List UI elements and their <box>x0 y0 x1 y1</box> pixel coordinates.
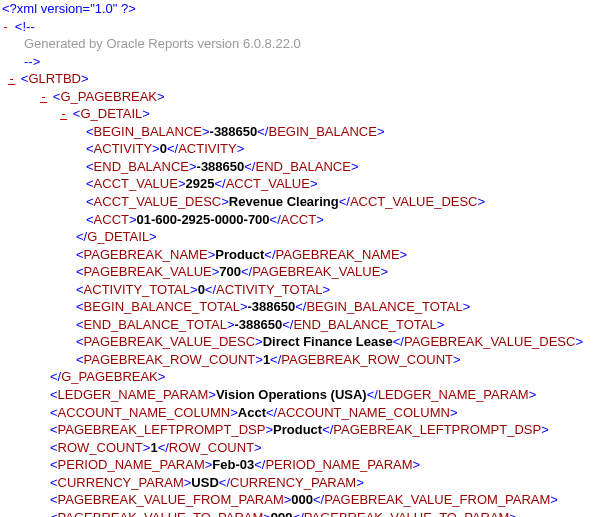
element-value: -388650 <box>210 124 258 139</box>
open-tag: ROW_COUNT <box>58 440 143 455</box>
collapse-toggle[interactable]: - <box>60 107 67 121</box>
xml-close-g_detail: </G_DETAIL> <box>0 228 607 246</box>
open-tag: BEGIN_BALANCE <box>94 124 202 139</box>
xml-element-pagebreak_value_to_param: <PAGEBREAK_VALUE_TO_PARAM>999</PAGEBREAK… <box>0 509 607 517</box>
element-value: 700 <box>219 264 241 279</box>
close-tag: ACCT <box>281 212 316 227</box>
xml-element-ledger_name_param: <LEDGER_NAME_PARAM>Vision Operations (US… <box>0 386 607 404</box>
element-value: -388650 <box>197 159 245 174</box>
collapse-toggle[interactable]: - <box>40 90 47 104</box>
close-tag: PERIOD_NAME_PARAM <box>265 457 412 472</box>
open-tag: PAGEBREAK_LEFTPROMPT_DSP <box>58 422 266 437</box>
close-tag: PAGEBREAK_LEFTPROMPT_DSP <box>333 422 541 437</box>
xml-comment-close: --> <box>0 53 607 71</box>
open-tag: ACCT_VALUE <box>94 176 178 191</box>
xml-element-row_count: <ROW_COUNT>1</ROW_COUNT> <box>0 439 607 457</box>
element-value: Acct <box>238 405 266 420</box>
element-value: 000 <box>291 492 313 507</box>
xml-open-glrtbd: - <GLRTBD> <box>0 70 607 88</box>
close-tag: BEGIN_BALANCE <box>269 124 377 139</box>
close-tag: BEGIN_BALANCE_TOTAL <box>306 299 462 314</box>
xml-element-pagebreak_value_from_param: <PAGEBREAK_VALUE_FROM_PARAM>000</PAGEBRE… <box>0 491 607 509</box>
close-tag: ACCT_VALUE <box>226 176 310 191</box>
element-value: Direct Finance Lease <box>263 334 393 349</box>
element-value: Product <box>215 247 264 262</box>
xml-comment-text: Generated by Oracle Reports version 6.0.… <box>0 35 607 53</box>
xml-element-pagebreak_name: <PAGEBREAK_NAME>Product</PAGEBREAK_NAME> <box>0 246 607 264</box>
open-tag: ACCT_VALUE_DESC <box>94 194 222 209</box>
close-tag: LEDGER_NAME_PARAM <box>378 387 529 402</box>
close-tag: ACCT_VALUE_DESC <box>350 194 478 209</box>
open-tag: CURRENCY_PARAM <box>58 475 184 490</box>
close-tag: CURRENCY_PARAM <box>230 475 356 490</box>
xml-element-begin_balance_total: <BEGIN_BALANCE_TOTAL>-388650</BEGIN_BALA… <box>0 298 607 316</box>
xml-declaration: <?xml version="1.0" ?> <box>0 0 607 18</box>
element-value: Product <box>273 422 322 437</box>
open-tag: ACCT <box>94 212 129 227</box>
xml-element-currency_param: <CURRENCY_PARAM>USD</CURRENCY_PARAM> <box>0 474 607 492</box>
open-tag: PAGEBREAK_VALUE_FROM_PARAM <box>58 492 284 507</box>
xml-element-acct_value_desc: <ACCT_VALUE_DESC>Revenue Clearing</ACCT_… <box>0 193 607 211</box>
open-tag: ACTIVITY <box>94 141 153 156</box>
xml-element-pagebreak_value_desc: <PAGEBREAK_VALUE_DESC>Direct Finance Lea… <box>0 333 607 351</box>
close-tag: PAGEBREAK_NAME <box>276 247 400 262</box>
xml-element-acct_value: <ACCT_VALUE>2925</ACCT_VALUE> <box>0 175 607 193</box>
xml-close-g_pagebreak: </G_PAGEBREAK> <box>0 368 607 386</box>
element-value: -388650 <box>234 317 282 332</box>
element-value: Revenue Clearing <box>229 194 339 209</box>
comment-open: <!-- <box>15 19 35 34</box>
element-value: 1 <box>150 440 157 455</box>
element-value: Vision Operations (USA) <box>216 387 367 402</box>
element-value: 0 <box>198 282 205 297</box>
close-tag: ACTIVITY_TOTAL <box>216 282 322 297</box>
xml-element-account_name_column: <ACCOUNT_NAME_COLUMN>Acct</ACCOUNT_NAME_… <box>0 404 607 422</box>
collapse-toggle[interactable]: - <box>2 20 9 34</box>
element-value: 999 <box>271 510 293 517</box>
xml-element-pagebreak_value: <PAGEBREAK_VALUE>700</PAGEBREAK_VALUE> <box>0 263 607 281</box>
open-tag: ACCOUNT_NAME_COLUMN <box>58 405 231 420</box>
close-tag: ACCOUNT_NAME_COLUMN <box>277 405 450 420</box>
element-value: USD <box>191 475 218 490</box>
close-tag: ROW_COUNT <box>169 440 254 455</box>
xml-element-acct: <ACCT>01-600-2925-0000-700</ACCT> <box>0 211 607 229</box>
xml-element-activity_total: <ACTIVITY_TOTAL>0</ACTIVITY_TOTAL> <box>0 281 607 299</box>
element-value: Feb-03 <box>212 457 254 472</box>
element-value: 01-600-2925-0000-700 <box>137 212 270 227</box>
close-tag: END_BALANCE_TOTAL <box>293 317 436 332</box>
open-tag: BEGIN_BALANCE_TOTAL <box>84 299 240 314</box>
close-tag: PAGEBREAK_VALUE_FROM_PARAM <box>324 492 550 507</box>
element-value: 2925 <box>185 176 214 191</box>
element-value: 0 <box>160 141 167 156</box>
xml-element-end_balance_total: <END_BALANCE_TOTAL>-388650</END_BALANCE_… <box>0 316 607 334</box>
close-tag: PAGEBREAK_VALUE_DESC <box>404 334 575 349</box>
open-tag: PAGEBREAK_VALUE_TO_PARAM <box>58 510 264 517</box>
close-tag: END_BALANCE <box>256 159 351 174</box>
xml-element-begin_balance: <BEGIN_BALANCE>-388650</BEGIN_BALANCE> <box>0 123 607 141</box>
collapse-toggle[interactable]: - <box>8 72 15 86</box>
open-tag: END_BALANCE_TOTAL <box>84 317 227 332</box>
open-tag: PAGEBREAK_ROW_COUNT <box>84 352 256 367</box>
open-tag: PAGEBREAK_VALUE_DESC <box>84 334 255 349</box>
xml-open-g_detail: - <G_DETAIL> <box>0 105 607 123</box>
close-tag: PAGEBREAK_VALUE_TO_PARAM <box>304 510 510 517</box>
close-tag: PAGEBREAK_ROW_COUNT <box>281 352 453 367</box>
xml-comment-open-line: - <!-- <box>0 18 607 36</box>
open-tag: PAGEBREAK_VALUE <box>84 264 212 279</box>
close-tag: ACTIVITY <box>178 141 237 156</box>
close-tag: PAGEBREAK_VALUE <box>252 264 380 279</box>
xml-element-end_balance: <END_BALANCE>-388650</END_BALANCE> <box>0 158 607 176</box>
xml-element-pagebreak_leftprompt_dsp: <PAGEBREAK_LEFTPROMPT_DSP>Product</PAGEB… <box>0 421 607 439</box>
open-tag: LEDGER_NAME_PARAM <box>58 387 209 402</box>
open-tag: PAGEBREAK_NAME <box>84 247 208 262</box>
xml-element-activity: <ACTIVITY>0</ACTIVITY> <box>0 140 607 158</box>
open-tag: END_BALANCE <box>94 159 189 174</box>
open-tag: PERIOD_NAME_PARAM <box>58 457 205 472</box>
xml-element-period_name_param: <PERIOD_NAME_PARAM>Feb-03</PERIOD_NAME_P… <box>0 456 607 474</box>
open-tag: ACTIVITY_TOTAL <box>84 282 190 297</box>
xml-open-g_pagebreak: - <G_PAGEBREAK> <box>0 88 607 106</box>
element-value: -388650 <box>248 299 296 314</box>
xml-element-pagebreak_row_count: <PAGEBREAK_ROW_COUNT>1</PAGEBREAK_ROW_CO… <box>0 351 607 369</box>
